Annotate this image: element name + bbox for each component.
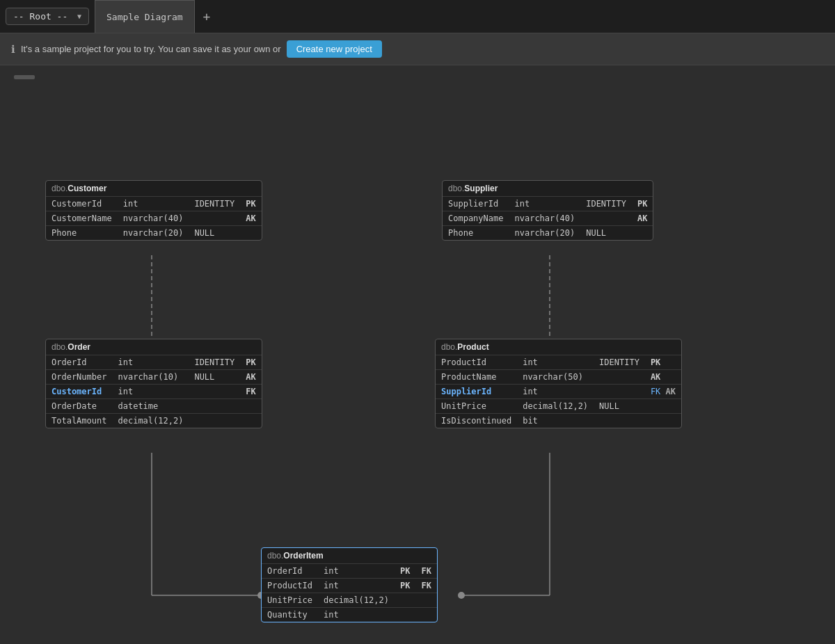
- supplier-name: Supplier: [464, 184, 498, 193]
- order-entity[interactable]: dbo.Order OrderId int IDENTITY PK OrderN…: [45, 339, 262, 428]
- orderitem-table: OrderId int PK FK ProductId int PK FK Un…: [262, 563, 437, 622]
- supplier-schema: dbo.: [448, 184, 464, 193]
- table-row: ProductName nvarchar(50) AK: [436, 370, 681, 385]
- order-name: Order: [67, 342, 90, 352]
- customer-name: Customer: [67, 184, 106, 193]
- table-row: CustomerId int FK: [46, 385, 262, 399]
- table-row: CustomerId int IDENTITY PK: [46, 197, 262, 211]
- table-row: ProductId int IDENTITY PK: [436, 355, 681, 370]
- order-schema: dbo.: [51, 342, 67, 352]
- info-icon: ℹ: [11, 43, 15, 56]
- add-icon: +: [203, 9, 211, 24]
- tab-label: Sample Diagram: [106, 12, 183, 22]
- dropdown-arrow-icon: ▼: [77, 13, 81, 20]
- table-row: OrderDate datetime: [46, 399, 262, 414]
- order-table: OrderId int IDENTITY PK OrderNumber nvar…: [46, 355, 262, 428]
- customer-table: CustomerId int IDENTITY PK CustomerName …: [46, 196, 262, 240]
- supplier-entity[interactable]: dbo.Supplier SupplierId int IDENTITY PK …: [442, 180, 653, 241]
- table-row: SupplierId int IDENTITY PK: [443, 197, 653, 211]
- customer-header: dbo.Customer: [46, 181, 262, 196]
- table-row: CustomerName nvarchar(40) AK: [46, 211, 262, 226]
- table-row: UnitPrice decimal(12,2): [262, 593, 437, 608]
- table-row: OrderNumber nvarchar(10) NULL AK: [46, 370, 262, 385]
- customer-entity[interactable]: dbo.Customer CustomerId int IDENTITY PK …: [45, 180, 262, 241]
- table-row: IsDiscontinued bit: [436, 414, 681, 428]
- table-row: ProductId int PK FK: [262, 579, 437, 593]
- product-table: ProductId int IDENTITY PK ProductName nv…: [436, 355, 681, 428]
- product-orderitem-dot: [458, 592, 465, 599]
- table-row: Phone nvarchar(20) NULL: [46, 226, 262, 241]
- product-header: dbo.Product: [436, 339, 681, 355]
- supplier-table: SupplierId int IDENTITY PK CompanyName n…: [443, 196, 653, 240]
- product-entity[interactable]: dbo.Product ProductId int IDENTITY PK Pr…: [435, 339, 682, 428]
- table-row: SupplierId int FK AK: [436, 385, 681, 399]
- table-row: Phone nvarchar(20) NULL: [443, 226, 653, 241]
- root-dropdown[interactable]: -- Root -- ▼: [6, 8, 89, 25]
- table-row: OrderId int IDENTITY PK: [46, 355, 262, 370]
- diagram-tab[interactable]: Sample Diagram: [95, 0, 195, 33]
- mini-toolbar: [14, 75, 35, 79]
- table-row: TotalAmount decimal(12,2): [46, 414, 262, 428]
- table-row: UnitPrice decimal(12,2) NULL: [436, 399, 681, 414]
- orderitem-schema: dbo.: [267, 551, 283, 561]
- table-row: OrderId int PK FK: [262, 564, 437, 579]
- product-schema: dbo.: [441, 342, 457, 352]
- diagram-canvas: dbo.Customer CustomerId int IDENTITY PK …: [0, 65, 835, 644]
- top-bar: -- Root -- ▼ Sample Diagram +: [0, 0, 835, 33]
- orderitem-name: OrderItem: [283, 551, 323, 561]
- table-row: CompanyName nvarchar(40) AK: [443, 211, 653, 226]
- product-name: Product: [457, 342, 488, 352]
- create-new-project-button[interactable]: Create new project: [287, 40, 382, 58]
- root-label: -- Root --: [13, 11, 67, 22]
- table-row: Quantity int: [262, 608, 437, 622]
- orderitem-entity[interactable]: dbo.OrderItem OrderId int PK FK ProductI…: [261, 547, 438, 622]
- add-tab-button[interactable]: +: [195, 0, 219, 33]
- customer-schema: dbo.: [51, 184, 67, 193]
- info-bar: ℹ It's a sample project for you to try. …: [0, 33, 835, 65]
- supplier-header: dbo.Supplier: [443, 181, 653, 196]
- order-header: dbo.Order: [46, 339, 262, 355]
- info-message: It's a sample project for you to try. Yo…: [21, 44, 281, 54]
- orderitem-header: dbo.OrderItem: [262, 548, 437, 563]
